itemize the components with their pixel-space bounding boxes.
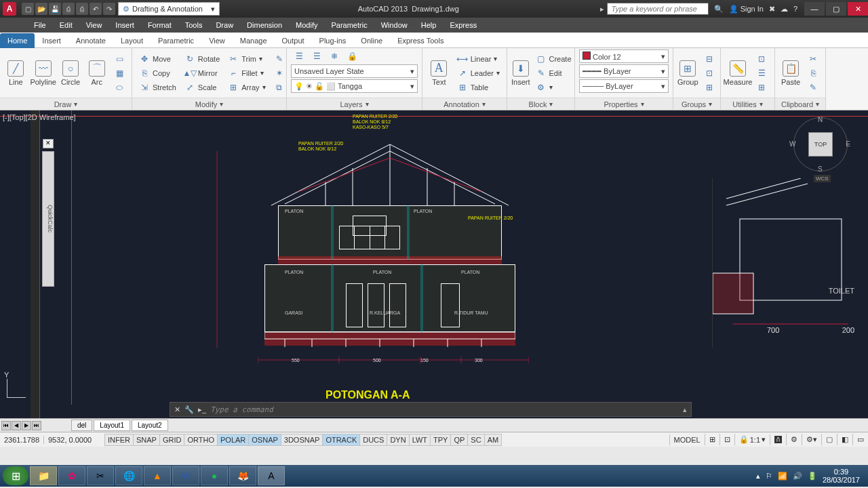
status-annoscale[interactable]: 🔒 1:1 ▾ [734,434,770,445]
group-edit-button[interactable]: ⊡ [701,66,717,80]
ungroup-button[interactable]: ⊟ [701,52,717,66]
panel-properties-title[interactable]: Properties ▾ [575,98,673,110]
tray-vol-icon[interactable]: 🔊 [793,472,802,481]
linetype-dropdown[interactable]: ──── ByLayer▾ [579,79,669,93]
drawing-canvas[interactable]: [-][Top][2D Wireframe] ✕ QuickCalc TOP N… [0,110,868,432]
panel-block-title[interactable]: Block ▾ [507,98,574,110]
copy-clip-button[interactable]: ⎘ [805,66,821,80]
status-toggle-dyn[interactable]: DYN [387,434,409,446]
status-toggle-sc[interactable]: SC [467,434,484,446]
qat-save-icon[interactable]: 💾 [49,3,61,15]
status-grid-icon[interactable]: ⊞ [705,434,719,445]
command-line[interactable]: ✕ 🔧 ▸_ Type a command ▴ [170,402,692,417]
explode-button[interactable]: ✶ [271,66,288,80]
tab-annotate[interactable]: Annotate [68,33,113,48]
search-arrow-icon[interactable]: ▸ [597,5,607,14]
erase-button[interactable]: ✎ [271,52,288,66]
menu-file[interactable]: File [27,21,53,29]
tab-output[interactable]: Output [275,33,312,48]
status-toggle-lwt[interactable]: LWT [409,434,431,446]
menu-express[interactable]: Express [443,21,484,29]
search-input[interactable] [607,3,709,15]
layer-current-dropdown[interactable]: 💡 ☀ 🔓 ⬜ Tangga▾ [291,79,418,93]
stretch-button[interactable]: ⇲Stretch [136,81,179,94]
window-close-button[interactable]: ✕ [848,2,868,16]
status-model[interactable]: MODEL [669,434,705,445]
layer-freeze-button[interactable]: ❄ [326,49,342,63]
status-toggle-infer[interactable]: INFER [104,434,134,446]
layer-iso-button[interactable]: ☰ [309,49,325,63]
tab-manage[interactable]: Manage [233,33,275,48]
block-attr-button[interactable]: ⚙▾ [533,81,574,94]
hatch-button[interactable]: ▦ [111,66,127,80]
util-2[interactable]: ☰ [753,66,770,80]
qat-redo-icon[interactable]: ↷ [103,3,115,15]
table-button[interactable]: ⊞Table [454,81,502,94]
linear-button[interactable]: ⟷Linear ▾ [454,52,502,66]
app-menu-icon[interactable]: A [3,2,16,16]
menu-dimension[interactable]: Dimension [240,21,289,29]
match-button[interactable]: ✎ [805,81,821,94]
panel-modify-title[interactable]: Modify ▾ [132,98,286,110]
menu-view[interactable]: View [79,21,109,29]
group-sel-button[interactable]: ⊞ [701,81,717,94]
workspace-switcher[interactable]: ⚙ Drafting & Annotation ▾ [118,2,220,16]
qat-undo-icon[interactable]: ↶ [90,3,102,15]
leader-button[interactable]: ↗Leader ▾ [454,66,502,80]
task-firefox[interactable]: 🦊 [229,466,256,485]
menu-tools[interactable]: Tools [178,21,210,29]
status-toggle-tpy[interactable]: TPY [430,434,451,446]
tray-up-icon[interactable]: ▴ [756,472,760,481]
task-chrome[interactable]: 🌐 [115,466,142,485]
group-button[interactable]: ⊞Group [677,52,698,94]
fillet-button[interactable]: ⌐Fillet ▾ [225,66,268,80]
panel-utilities-title[interactable]: Utilities ▾ [721,98,774,110]
status-clean-icon[interactable]: ▭ [852,434,868,445]
window-maximize-button[interactable]: ▢ [826,2,846,16]
edit-block-button[interactable]: ✎Edit [533,66,574,80]
trim-button[interactable]: ✂Trim ▾ [225,52,268,66]
tab-parametric[interactable]: Parametric [151,33,201,48]
tab-online[interactable]: Online [353,33,390,48]
circle-button[interactable]: ○Circle [59,52,83,94]
qat-saveas-icon[interactable]: ⎙ [62,3,75,15]
menu-window[interactable]: Window [374,21,414,29]
panel-layers-title[interactable]: Layers ▾ [287,98,422,110]
measure-button[interactable]: 📏Measure [725,52,751,94]
task-vlc[interactable]: ▲ [144,466,171,485]
status-iso-icon[interactable]: ◧ [837,434,852,445]
exchange-icon[interactable]: ✖ [769,5,775,14]
layout-next-icon[interactable]: ▶ [22,421,31,430]
rotate-button[interactable]: ↻Rotate [182,52,222,66]
tray-bat-icon[interactable]: 🔋 [808,472,817,481]
mirror-button[interactable]: ▲▽Mirror [182,66,222,80]
layout-last-icon[interactable]: ⏭ [32,421,41,430]
tab-layout[interactable]: Layout [113,33,151,48]
task-autocad[interactable]: A [258,466,285,485]
menu-insert[interactable]: Insert [108,21,141,29]
menu-format[interactable]: Format [141,21,178,29]
color-dropdown[interactable]: Color 12▾ [579,49,669,63]
layout-prev-icon[interactable]: ◀ [12,421,21,430]
status-toggle-ortho[interactable]: ORTHO [184,434,218,446]
qat-plot-icon[interactable]: ⎙ [76,3,88,15]
task-explorer[interactable]: 📁 [30,466,57,485]
help-icon[interactable]: ? [793,5,797,13]
layer-lock-button[interactable]: 🔒 [344,49,360,63]
copy-button[interactable]: ⎘Copy [136,66,179,80]
status-toggle-grid[interactable]: GRID [159,434,185,446]
status-vis-icon[interactable]: ⚙ [786,434,802,445]
paste-button[interactable]: 📋Paste [779,52,802,94]
signin-button[interactable]: 👤 Sign In [729,5,764,14]
status-toggle-am[interactable]: AM [484,434,502,446]
status-toggle-osnap[interactable]: OSNAP [248,434,281,446]
tab-layout2[interactable]: Layout2 [132,420,168,431]
tab-express-tools[interactable]: Express Tools [390,33,451,48]
panel-clipboard-title[interactable]: Clipboard ▾ [775,98,825,110]
move-button[interactable]: ✥Move [136,52,179,66]
qat-new-icon[interactable]: ▢ [22,3,34,15]
arc-button[interactable]: ⌒Arc [85,52,108,94]
status-toggle-ducs[interactable]: DUCS [359,434,387,446]
status-toggle-snap[interactable]: SNAP [133,434,160,446]
cut-button[interactable]: ✂ [805,52,821,66]
